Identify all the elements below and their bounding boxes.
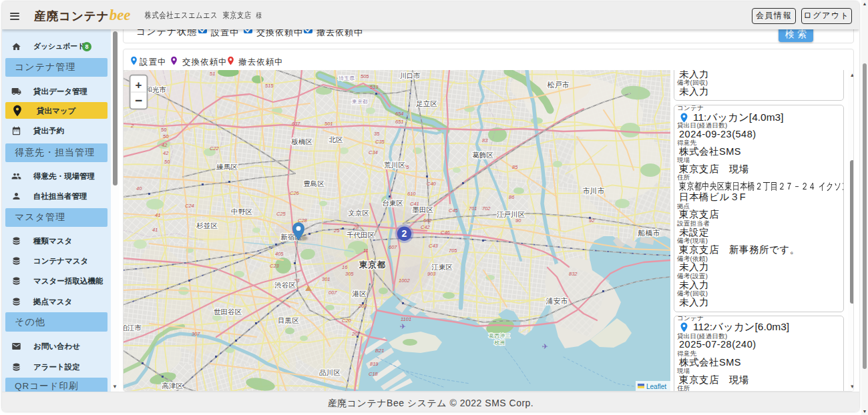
svg-text:台東区: 台東区 — [382, 199, 403, 207]
svg-text:28: 28 — [353, 224, 359, 230]
svg-text:千代田区: 千代田区 — [347, 231, 375, 239]
svg-text:東京都: 東京都 — [352, 99, 368, 105]
svg-text:85: 85 — [512, 164, 518, 170]
svg-text:41: 41 — [155, 212, 160, 218]
svg-text:50: 50 — [164, 159, 170, 165]
svg-text:江東区: 江東区 — [431, 263, 453, 271]
svg-text:207: 207 — [351, 331, 361, 337]
svg-text:513: 513 — [370, 84, 379, 90]
svg-text:狛江市: 狛江市 — [123, 324, 142, 332]
svg-text:42: 42 — [163, 150, 169, 156]
svg-text:92: 92 — [589, 218, 595, 224]
svg-text:C26: C26 — [290, 190, 300, 196]
svg-text:515: 515 — [265, 83, 274, 89]
svg-text:C42: C42 — [421, 224, 431, 230]
svg-text:渋谷区: 渋谷区 — [274, 281, 296, 289]
svg-text:板橋区: 板橋区 — [290, 137, 312, 145]
svg-text:江戸川区: 江戸川区 — [497, 210, 525, 218]
svg-text:651: 651 — [395, 119, 404, 125]
svg-text:枚洲: 枚洲 — [494, 340, 505, 346]
svg-text:301: 301 — [322, 276, 331, 282]
svg-text:和光市: 和光市 — [145, 85, 166, 93]
svg-text:405: 405 — [275, 251, 284, 257]
svg-text:港区: 港区 — [353, 290, 367, 298]
svg-text:C18: C18 — [369, 371, 379, 377]
svg-text:Leaflet: Leaflet — [646, 383, 666, 390]
svg-text:307: 307 — [192, 331, 200, 337]
svg-text:51: 51 — [210, 71, 215, 77]
svg-text:C25: C25 — [276, 211, 286, 217]
svg-text:832: 832 — [569, 271, 578, 277]
svg-text:705: 705 — [449, 248, 457, 254]
svg-text:品川区: 品川区 — [319, 368, 341, 376]
svg-text:2: 2 — [130, 123, 134, 129]
svg-text:86: 86 — [509, 194, 515, 200]
svg-text:中野区: 中野区 — [231, 208, 252, 216]
svg-text:練馬区: 練馬区 — [216, 163, 238, 171]
svg-text:文京区: 文京区 — [348, 209, 369, 217]
svg-text:41: 41 — [152, 227, 158, 233]
svg-text:505: 505 — [361, 73, 369, 79]
svg-text:墨田区: 墨田区 — [412, 205, 433, 214]
svg-text:目黒区: 目黒区 — [278, 316, 299, 324]
svg-text:501: 501 — [324, 121, 333, 127]
svg-text:市川市: 市川市 — [583, 187, 605, 195]
svg-text:−: − — [135, 93, 142, 107]
svg-text:C23: C23 — [270, 263, 280, 269]
svg-text:607: 607 — [389, 244, 397, 250]
svg-text:50: 50 — [161, 127, 167, 133]
svg-text:C40: C40 — [427, 181, 437, 187]
svg-text:C22: C22 — [210, 145, 220, 151]
svg-text:50: 50 — [163, 133, 169, 139]
svg-text:602: 602 — [423, 218, 432, 224]
svg-text:702: 702 — [482, 205, 491, 212]
svg-text:C35: C35 — [375, 139, 385, 145]
svg-text:83: 83 — [482, 137, 488, 143]
svg-text:610: 610 — [407, 191, 416, 197]
svg-text:1002: 1002 — [399, 278, 411, 284]
svg-text:C43: C43 — [429, 243, 439, 249]
svg-text:足立区: 足立区 — [416, 99, 437, 107]
svg-text:+: + — [136, 79, 142, 91]
svg-text:42: 42 — [162, 142, 168, 148]
svg-text:C45: C45 — [449, 208, 459, 214]
svg-text:B21: B21 — [375, 348, 384, 354]
svg-text:819: 819 — [370, 361, 379, 367]
svg-text:007: 007 — [329, 290, 337, 296]
svg-text:埼玉県: 埼玉県 — [338, 75, 355, 81]
svg-text:305: 305 — [345, 271, 354, 277]
svg-text:C24: C24 — [185, 203, 194, 209]
svg-text:35: 35 — [374, 131, 380, 137]
svg-text:浦安市: 浦安市 — [546, 297, 568, 305]
svg-text:杉並区: 杉並区 — [196, 222, 218, 230]
svg-text:90: 90 — [515, 218, 521, 224]
svg-text:1101: 1101 — [401, 316, 411, 322]
svg-text:25: 25 — [333, 228, 340, 234]
svg-text:川口市: 川口市 — [400, 72, 421, 79]
svg-text:903: 903 — [427, 271, 436, 277]
svg-text:701: 701 — [469, 205, 477, 212]
svg-text:2: 2 — [402, 228, 407, 239]
svg-text:C46: C46 — [441, 230, 451, 236]
svg-text:松戸市: 松戸市 — [548, 81, 570, 89]
svg-text:世田谷区: 世田谷区 — [214, 308, 242, 316]
svg-text:葛西沖三: 葛西沖三 — [489, 333, 510, 339]
svg-text:654: 654 — [395, 111, 404, 117]
svg-text:637: 637 — [292, 121, 300, 127]
svg-text:高津区: 高津区 — [162, 382, 183, 390]
svg-text:✈: ✈ — [541, 342, 548, 350]
svg-text:40: 40 — [136, 185, 142, 191]
svg-text:✈: ✈ — [399, 322, 405, 330]
svg-text:16: 16 — [342, 264, 348, 270]
svg-text:北区: 北区 — [329, 135, 344, 143]
svg-text:荒川区: 荒川区 — [384, 161, 405, 169]
svg-text:東京都: 東京都 — [359, 260, 387, 270]
svg-text:C20: C20 — [342, 318, 352, 324]
svg-text:葛飾区: 葛飾区 — [472, 151, 493, 159]
svg-text:船橋市: 船橋市 — [638, 229, 660, 237]
svg-text:11: 11 — [363, 248, 369, 254]
svg-text:豊島区: 豊島区 — [303, 179, 324, 187]
svg-text:203: 203 — [358, 303, 367, 309]
svg-text:C34: C34 — [369, 149, 378, 155]
